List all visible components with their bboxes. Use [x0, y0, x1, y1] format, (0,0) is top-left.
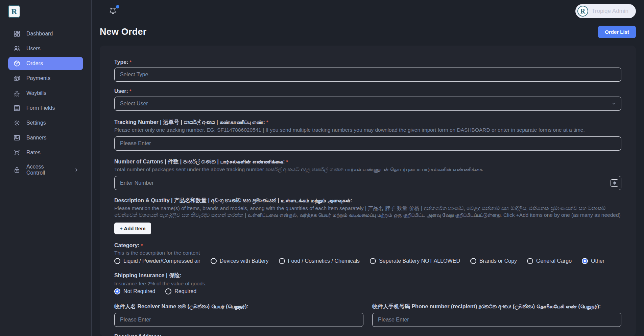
category-option-devices-battery[interactable]: Devices with Battery [211, 258, 269, 264]
notifications-button[interactable] [109, 6, 117, 17]
stepper-up-icon [613, 181, 616, 183]
brand-logo-icon: R [8, 5, 20, 18]
insurance-option-required[interactable]: Required [165, 288, 196, 294]
admin-profile-button[interactable]: R Tropiqe Admin [575, 4, 636, 18]
number-stepper[interactable] [611, 179, 618, 187]
radio-icon [114, 258, 120, 264]
category-option-food-cosmetics[interactable]: Food / Cosmetics / Chemicals [279, 258, 360, 264]
radio-label: Other [591, 258, 604, 264]
sidebar-item-label: Rates [26, 150, 41, 156]
cartons-field-wrap [114, 176, 621, 190]
insurance-options: Not Required Required [114, 288, 621, 294]
radio-label: Seperate Battery NOT ALLOWED [379, 258, 460, 264]
required-marker: * [266, 120, 268, 125]
receiver-name-group: 收件人名 Receiver Name නම (ලබන්නා) பெயர் (பெ… [114, 303, 363, 327]
radio-label: General Cargo [536, 258, 572, 264]
receiver-name-label: 收件人名 Receiver Name නම (ලබන්නා) பெயர் (பெ… [114, 303, 363, 310]
required-marker: * [129, 88, 131, 94]
required-marker: * [286, 159, 288, 164]
category-option-liquid-powder[interactable]: Liquid / Powder/Compressed air [114, 258, 200, 264]
brand-logo[interactable]: R [0, 0, 91, 18]
category-option-other[interactable]: Other [582, 258, 604, 264]
sidebar-item-label: Payments [26, 75, 50, 81]
notification-dot [116, 5, 119, 8]
description-label: Description & Quatity | 产品名和数量 | අඩංගු භ… [114, 197, 621, 204]
user-select[interactable] [114, 97, 621, 111]
radio-label: Required [174, 288, 196, 294]
receiver-phone-label: 收件人手机号码 Phone number (recipient) දුරකථන … [372, 303, 621, 310]
stepper-down-icon [613, 183, 616, 185]
gear-icon [13, 119, 21, 127]
insurance-label: Shipping Insurance | 保险: [114, 272, 621, 279]
type-select[interactable] [114, 68, 621, 82]
users-icon [13, 45, 21, 52]
sidebar-item-form-fields[interactable]: Form Fields [8, 101, 83, 115]
insurance-option-not-required[interactable]: Not Required [114, 288, 155, 294]
radio-icon [370, 258, 376, 264]
add-item-button[interactable]: + Add Item [114, 223, 151, 234]
tracking-field-wrap [114, 136, 621, 151]
dashboard-icon [13, 30, 21, 37]
receiver-address-label: Receiver Address: [114, 334, 621, 336]
sidebar-item-waybills[interactable]: Waybills [8, 86, 83, 100]
radio-label: Not Required [123, 288, 155, 294]
sidebar-item-settings[interactable]: Settings [8, 116, 83, 130]
sidebar-item-users[interactable]: Users [8, 42, 83, 55]
sidebar-item-label: Dashboard [26, 31, 53, 37]
page-header: New Order Order List [92, 21, 644, 38]
insurance-helper: Insurance fee 2% of the value of goods. [114, 280, 621, 287]
cartons-number-input[interactable] [114, 176, 621, 190]
sidebar-item-label: Form Fields [26, 105, 55, 111]
sidebar-nav: Dashboard Users Orders Payments Waybills [0, 27, 91, 179]
chevron-right-icon [74, 167, 79, 173]
receiver-name-input[interactable] [114, 313, 363, 327]
category-options: Liquid / Powder/Compressed air Devices w… [114, 258, 621, 264]
type-field-wrap [114, 68, 621, 82]
description-helper: Please mention the name(s) of items, bra… [114, 205, 621, 218]
sidebar-item-label: Access Controll [26, 164, 62, 176]
lock-icon [13, 166, 21, 174]
category-option-separate-battery[interactable]: Seperate Battery NOT ALLOWED [370, 258, 460, 264]
orders-box-icon [13, 60, 21, 67]
radio-label: Liquid / Powder/Compressed air [123, 258, 200, 264]
radio-icon [527, 258, 533, 264]
user-field-wrap [114, 97, 621, 111]
sidebar-item-banners[interactable]: Banners [8, 131, 83, 145]
radio-icon [211, 258, 217, 264]
receiver-phone-group: 收件人手机号码 Phone number (recipient) දුරකථන … [372, 303, 621, 327]
category-option-general-cargo[interactable]: General Cargo [527, 258, 572, 264]
payments-icon [13, 75, 21, 82]
sidebar-item-payments[interactable]: Payments [8, 72, 83, 85]
radio-checked-icon [582, 258, 588, 264]
sidebar-item-rates[interactable]: Rates [8, 146, 83, 159]
receiver-phone-input[interactable] [372, 313, 621, 327]
ship-icon [13, 89, 21, 97]
sidebar-item-label: Waybills [26, 90, 46, 96]
rates-icon [13, 149, 21, 156]
sidebar-item-orders[interactable]: Orders [8, 57, 83, 70]
radio-icon [279, 258, 285, 264]
sidebar-item-label: Users [26, 46, 41, 52]
radio-icon [165, 288, 171, 294]
page-title: New Order [100, 27, 146, 37]
category-option-brands-copy[interactable]: Brands or Copy [470, 258, 517, 264]
sidebar-item-access-controll[interactable]: Access Controll [8, 161, 83, 179]
tracking-input[interactable] [114, 136, 621, 151]
radio-icon [470, 258, 476, 264]
sidebar: R Dashboard Users Orders Payments [0, 0, 92, 336]
sidebar-item-label: Banners [26, 135, 47, 141]
document-lines-icon [13, 104, 21, 112]
order-list-button[interactable]: Order List [598, 26, 636, 38]
tracking-helper: Please enter only one tracking number. E… [114, 127, 621, 133]
sidebar-item-dashboard[interactable]: Dashboard [8, 27, 83, 41]
image-icon [13, 134, 21, 141]
radio-label: Brands or Copy [479, 258, 517, 264]
radio-checked-icon [114, 288, 120, 294]
tracking-label: Tracking Number | 运单号 | පාර්සල් අංකය | க… [114, 119, 621, 126]
topbar: R Tropiqe Admin [92, 0, 644, 21]
category-label: Category:* [114, 242, 621, 249]
sidebar-item-label: Orders [26, 60, 43, 67]
type-label: Type:* [114, 59, 621, 65]
category-helper: This is the descrpition for the content [114, 250, 621, 256]
admin-name-label: Tropiqe Admin [592, 8, 628, 15]
